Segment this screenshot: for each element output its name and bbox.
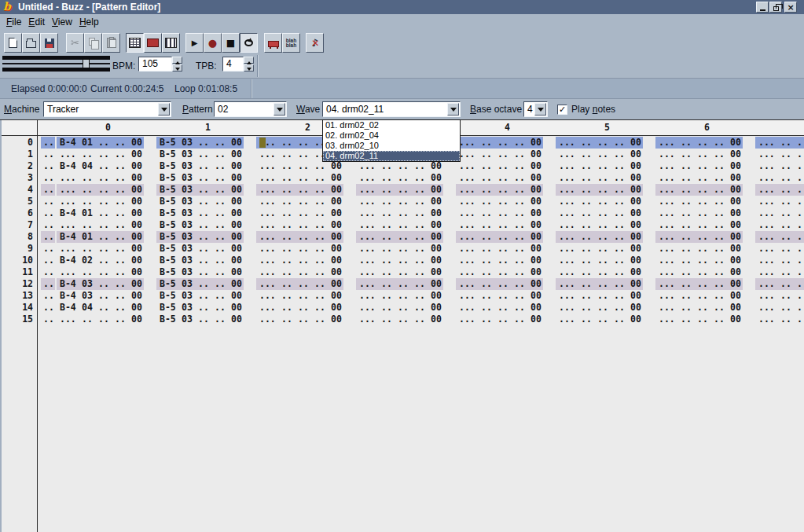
pattern-cell[interactable]: .. bbox=[314, 160, 325, 172]
record-button[interactable]: ● bbox=[204, 33, 222, 53]
pattern-cell[interactable]: 03 bbox=[182, 196, 193, 207]
pattern-cell[interactable]: 00 bbox=[231, 184, 242, 196]
pattern-cell[interactable]: ... bbox=[259, 172, 276, 184]
pattern-cell[interactable]: 00 bbox=[231, 172, 242, 184]
pattern-cell[interactable]: 00 bbox=[431, 290, 442, 302]
pattern-cell[interactable]: .. bbox=[780, 266, 791, 278]
pattern-cell[interactable]: ... bbox=[659, 243, 675, 255]
pattern-cell[interactable]: .. bbox=[281, 290, 292, 302]
pattern-cell[interactable]: .. bbox=[481, 255, 492, 266]
pattern-cell[interactable]: .. bbox=[614, 137, 625, 149]
pattern-cell[interactable]: .. bbox=[414, 278, 425, 290]
pattern-cell[interactable]: 00 bbox=[331, 255, 342, 266]
pattern-cell[interactable]: .. bbox=[281, 172, 292, 184]
pattern-cell[interactable]: .. bbox=[398, 290, 409, 302]
pattern-cell[interactable]: ... bbox=[60, 243, 76, 255]
pattern-cell[interactable]: 03 bbox=[182, 266, 193, 278]
pattern-cell[interactable]: 00 bbox=[530, 149, 542, 160]
pattern-cell[interactable]: ... bbox=[259, 149, 276, 160]
pattern-cell[interactable]: ... bbox=[459, 290, 475, 302]
pattern-cell[interactable]: .. bbox=[597, 302, 608, 314]
pattern-cell[interactable]: .. bbox=[697, 219, 708, 231]
pattern-cell[interactable]: .. bbox=[614, 219, 625, 231]
wave-dropdown-item[interactable]: 01. drm02_02 bbox=[323, 120, 460, 130]
pattern-cell[interactable]: 00 bbox=[231, 196, 242, 207]
pattern-cell[interactable]: .. bbox=[98, 266, 109, 278]
pattern-cell[interactable]: 00 bbox=[331, 314, 342, 325]
pattern-cell[interactable]: .. bbox=[614, 266, 625, 278]
pattern-cell[interactable]: .. bbox=[115, 314, 126, 325]
pattern-cell[interactable]: 00 bbox=[231, 255, 242, 266]
pattern-cell[interactable]: ... bbox=[259, 219, 276, 231]
pattern-cell[interactable]: ... bbox=[459, 231, 475, 243]
bpm-input[interactable]: 105 bbox=[138, 57, 172, 72]
pattern-cell[interactable]: .. bbox=[797, 255, 804, 266]
pattern-cell[interactable]: ... bbox=[459, 149, 475, 160]
pattern-cell[interactable]: 01 bbox=[82, 207, 93, 219]
pattern-cell[interactable]: ... bbox=[659, 160, 675, 172]
close-button[interactable]: × bbox=[784, 2, 797, 13]
pattern-cell[interactable]: .. bbox=[314, 266, 325, 278]
pattern-cell[interactable]: .. bbox=[381, 219, 392, 231]
pattern-cell[interactable]: .. bbox=[314, 219, 325, 231]
pattern-cell[interactable]: .. bbox=[398, 278, 409, 290]
pattern-cell[interactable]: ... bbox=[758, 137, 775, 149]
pattern-cell[interactable]: .. bbox=[797, 207, 804, 219]
pattern-cell[interactable]: 00 bbox=[431, 314, 442, 325]
pattern-cell[interactable]: .. bbox=[381, 290, 392, 302]
pattern-cell[interactable]: .. bbox=[497, 302, 508, 314]
pattern-cell[interactable]: .. bbox=[215, 290, 226, 302]
pattern-cell[interactable]: .. bbox=[497, 184, 508, 196]
pattern-cell[interactable]: .. bbox=[714, 255, 725, 266]
pattern-cell[interactable]: .. bbox=[281, 160, 292, 172]
pattern-cell[interactable]: ... bbox=[659, 302, 675, 314]
pattern-cell[interactable]: .. bbox=[381, 231, 392, 243]
menu-file[interactable]: File bbox=[6, 14, 21, 30]
pattern-cell[interactable]: .. bbox=[597, 219, 608, 231]
pattern-cell[interactable]: ... bbox=[758, 302, 775, 314]
pattern-cell[interactable]: 00 bbox=[730, 278, 741, 290]
pattern-cell[interactable]: ... bbox=[359, 207, 376, 219]
wave-dropdown-list[interactable]: 01. drm02_0202. drm02_0403. drm02_1004. … bbox=[322, 119, 461, 162]
new-document-button[interactable] bbox=[4, 33, 22, 53]
pattern-cell[interactable]: 00 bbox=[530, 207, 542, 219]
pattern-cell[interactable]: .. bbox=[581, 184, 592, 196]
pattern-cell[interactable]: .. bbox=[115, 160, 126, 172]
pattern-cell[interactable]: .. bbox=[481, 196, 492, 207]
pattern-cell[interactable]: .. bbox=[381, 302, 392, 314]
pattern-cell[interactable]: ... bbox=[559, 243, 575, 255]
pattern-cell[interactable]: .. bbox=[514, 196, 525, 207]
pattern-cell[interactable]: .. bbox=[514, 219, 525, 231]
play-notes-checkbox[interactable]: ✓ bbox=[557, 105, 567, 115]
pattern-cell[interactable]: .. bbox=[481, 160, 492, 172]
pattern-cell[interactable]: .. bbox=[581, 196, 592, 207]
pattern-cell[interactable]: 00 bbox=[131, 302, 142, 314]
pattern-cell[interactable]: .. bbox=[381, 266, 392, 278]
pattern-cell[interactable]: 00 bbox=[331, 207, 342, 219]
pattern-cell[interactable]: .. bbox=[581, 160, 592, 172]
pattern-cell[interactable]: .. bbox=[414, 266, 425, 278]
pattern-cell[interactable]: ... bbox=[559, 278, 575, 290]
pattern-cell[interactable]: 00 bbox=[730, 137, 741, 149]
pattern-cell[interactable]: B-4 bbox=[60, 290, 76, 302]
pattern-cell[interactable]: 00 bbox=[131, 314, 142, 325]
wave-dropdown-item[interactable]: 03. drm02_10 bbox=[323, 141, 460, 151]
pattern-cell[interactable]: .. bbox=[481, 184, 492, 196]
pattern-cell[interactable]: ... bbox=[60, 314, 76, 325]
pattern-cell[interactable]: B-5 bbox=[160, 149, 176, 160]
pattern-cell[interactable]: ... bbox=[259, 290, 276, 302]
pattern-cell[interactable]: .. bbox=[797, 278, 804, 290]
pattern-cell[interactable]: .. bbox=[481, 172, 492, 184]
pattern-cell[interactable]: .. bbox=[681, 149, 692, 160]
pattern-cell[interactable]: ... bbox=[259, 207, 276, 219]
pattern-cell[interactable]: ... bbox=[659, 255, 675, 266]
pattern-cell[interactable]: 00 bbox=[530, 160, 542, 172]
pattern-cell[interactable]: 01 bbox=[82, 231, 93, 243]
pattern-cell[interactable]: .. bbox=[298, 160, 309, 172]
pattern-cell[interactable]: ... bbox=[758, 172, 775, 184]
pattern-cell[interactable]: .. bbox=[614, 149, 625, 160]
open-file-button[interactable] bbox=[22, 33, 40, 53]
pattern-cell[interactable]: .. bbox=[780, 302, 791, 314]
pattern-cell[interactable]: .. bbox=[581, 255, 592, 266]
pattern-cell[interactable]: .. bbox=[298, 255, 309, 266]
